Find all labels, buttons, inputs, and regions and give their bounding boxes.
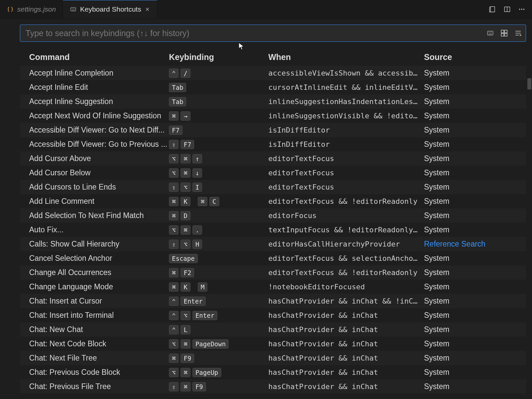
table-row[interactable]: Cancel Selection AnchorEscapeeditorTextF… [20, 251, 526, 265]
search-container [20, 25, 526, 42]
record-keys-icon[interactable] [486, 29, 495, 37]
cell-command: Accept Inline Completion [20, 69, 169, 78]
cell-when: inlineSuggestionHasIndentationLessT… [268, 97, 424, 106]
cell-keybinding: Tab [169, 97, 268, 106]
scrollbar-thumb[interactable] [527, 78, 531, 89]
key-cap: ⇧ [169, 240, 179, 249]
more-actions-icon[interactable] [518, 6, 525, 13]
cell-source: System [424, 183, 526, 192]
cell-when: editorFocus [268, 211, 424, 220]
cell-source: System [424, 311, 526, 320]
key-cap: Enter [181, 297, 205, 306]
key-cap: ⌥ [181, 240, 190, 249]
table-row[interactable]: Accept Inline Completion⌃/accessibleView… [20, 66, 526, 80]
key-cap: ⇧ [169, 140, 179, 149]
cell-when: editorTextFocus [268, 183, 424, 191]
cell-source[interactable]: Reference Search [424, 240, 526, 249]
key-cap: ⌘ [169, 268, 179, 277]
cell-keybinding: ⌃⌥Enter [169, 311, 268, 320]
editor-actions [489, 0, 529, 19]
table-row[interactable]: Accept Inline SuggestionTabinlineSuggest… [20, 94, 526, 109]
open-changes-icon[interactable] [489, 6, 496, 13]
table-row[interactable]: Accessible Diff Viewer: Go to Next Diff.… [20, 123, 526, 137]
scrollbar[interactable] [527, 78, 532, 399]
cell-command: Change All Occurrences [20, 268, 169, 277]
table-row[interactable]: Chat: Next Code Block⌥⌘PageDownhasChatPr… [20, 337, 526, 351]
cell-source: System [424, 111, 526, 120]
svg-rect-22 [501, 33, 504, 36]
cell-command: Change Language Mode [20, 282, 169, 291]
search-input[interactable] [26, 28, 486, 38]
cell-keybinding: ⌘→ [169, 111, 268, 121]
key-cap: Escape [169, 254, 198, 263]
key-cap: ⌥ [169, 339, 179, 349]
table-row[interactable]: Chat: New Chat⌃LhasChatProvider && inCha… [20, 322, 526, 337]
key-cap: ↓ [192, 168, 202, 178]
cell-when: cursorAtInlineEdit && inlineEditVis… [268, 83, 424, 91]
cell-command: Accessible Diff Viewer: Go to Previous .… [20, 140, 169, 149]
key-cap: Tab [169, 83, 186, 92]
tab-settings-json[interactable]: settings.json [0, 0, 63, 18]
cell-command: Accept Inline Suggestion [20, 97, 169, 106]
table-row[interactable]: Accept Next Word Of Inline Suggestion⌘→i… [20, 109, 526, 123]
cell-source: System [424, 297, 526, 306]
key-cap: L [181, 325, 190, 334]
cell-when: hasChatProvider && inChat [268, 354, 424, 362]
key-cap: ⌃ [169, 325, 179, 334]
table-row[interactable]: Chat: Insert at Cursor⌃EnterhasChatProvi… [20, 294, 526, 308]
cell-when: hasChatProvider && inChat && !inCha… [268, 297, 424, 305]
key-cap: ⇧ [169, 382, 179, 391]
search-actions [486, 29, 522, 37]
table-row[interactable]: Add Cursor Above⌥⌘↑editorTextFocusSystem [20, 151, 526, 166]
tab-keyboard-shortcuts[interactable]: Keyboard Shortcuts [63, 0, 157, 18]
cell-keybinding: ⌘F2 [169, 268, 268, 277]
key-cap: F7 [169, 126, 183, 135]
svg-point-12 [521, 9, 522, 10]
sort-precedence-icon[interactable] [500, 29, 508, 37]
cell-keybinding: ⌘K⌘C [169, 197, 268, 206]
cell-source: System [424, 225, 526, 234]
clear-search-icon[interactable] [514, 29, 522, 37]
header-command[interactable]: Command [20, 52, 169, 62]
cell-source: System [424, 69, 526, 78]
cell-command: Add Cursor Below [20, 168, 169, 177]
table-row[interactable]: Chat: Previous Code Block⌥⌘PageUphasChat… [20, 365, 526, 379]
table-row[interactable]: Add Line Comment⌘K⌘CeditorTextFocus && !… [20, 194, 526, 208]
key-cap: ⌘ [181, 368, 190, 377]
cell-source: System [424, 325, 526, 334]
cell-source: System [424, 97, 526, 106]
cell-keybinding: ⇧⌥H [169, 240, 268, 249]
cell-command: Chat: Previous Code Block [20, 368, 169, 377]
svg-rect-20 [501, 30, 504, 33]
table-row[interactable]: Chat: Previous File Tree⇧⌘F9hasChatProvi… [20, 379, 526, 394]
table-row[interactable]: Chat: Next File Tree⌘F9hasChatProvider &… [20, 351, 526, 365]
table-row[interactable]: Accessible Diff Viewer: Go to Previous .… [20, 137, 526, 151]
split-editor-icon[interactable] [504, 6, 511, 13]
table-row[interactable]: Add Selection To Next Find Match⌘Deditor… [20, 208, 526, 223]
cell-when: editorTextFocus && selectionAnchorS… [268, 254, 424, 262]
key-cap: ⌥ [169, 154, 179, 163]
table-row[interactable]: Change All Occurrences⌘F2editorTextFocus… [20, 265, 526, 280]
table-row[interactable]: Change Language Mode⌘KM!notebookEditorFo… [20, 280, 526, 294]
key-cap: ⌃ [169, 297, 179, 306]
table-row[interactable]: Auto Fix...⌥⌘.textInputFocus && !editorR… [20, 223, 526, 237]
header-source[interactable]: Source [424, 52, 526, 62]
cell-source: System [424, 382, 526, 391]
table-row[interactable]: Accept Inline EditTabcursorAtInlineEdit … [20, 80, 526, 94]
svg-rect-8 [491, 7, 495, 12]
cell-source: System [424, 154, 526, 163]
header-when[interactable]: When [268, 52, 424, 62]
table-row[interactable]: Calls: Show Call Hierarchy⇧⌥HeditorHasCa… [20, 237, 526, 251]
key-cap: ⌘ [169, 211, 179, 220]
table-row[interactable]: Add Cursors to Line Ends⇧⌥IeditorTextFoc… [20, 180, 526, 194]
table-row[interactable]: Chat: Insert into Terminal⌃⌥EnterhasChat… [20, 308, 526, 322]
cell-source: System [424, 368, 526, 377]
cell-source: System [424, 168, 526, 177]
cell-source: System [424, 354, 526, 363]
table-row[interactable]: Add Cursor Below⌥⌘↓editorTextFocusSystem [20, 166, 526, 180]
close-icon[interactable] [144, 6, 150, 12]
braces-icon [7, 6, 14, 13]
cell-keybinding: Escape [169, 254, 268, 263]
svg-rect-23 [505, 33, 507, 36]
header-keybinding[interactable]: Keybinding [169, 52, 268, 62]
